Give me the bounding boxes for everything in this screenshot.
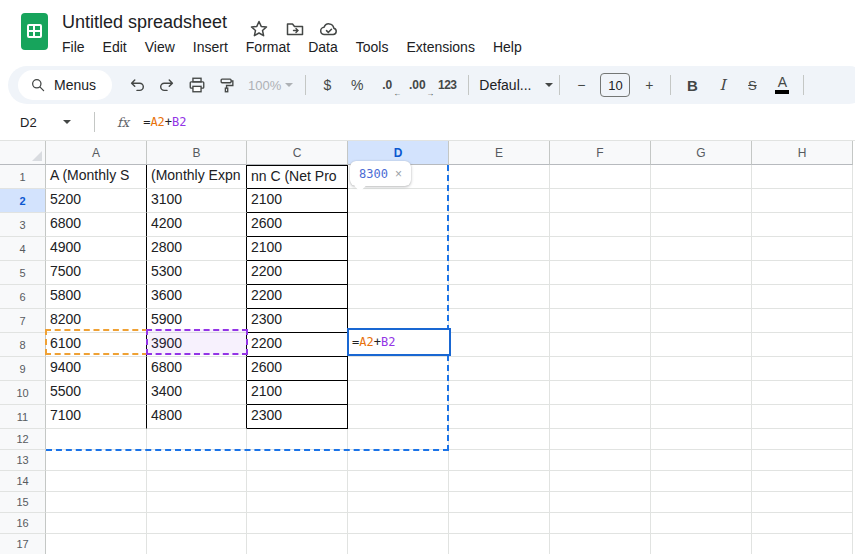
cell-D17[interactable] [348, 534, 449, 554]
cell-H7[interactable] [752, 309, 853, 333]
select-all-corner[interactable] [0, 141, 46, 165]
cell-E15[interactable] [449, 492, 550, 513]
cell-E7[interactable] [449, 309, 550, 333]
cell-E6[interactable] [449, 285, 550, 309]
cell-D14[interactable] [348, 471, 449, 492]
decrease-font-size-button[interactable]: − [566, 70, 596, 100]
column-header-f[interactable]: F [550, 141, 651, 165]
column-header-g[interactable]: G [651, 141, 752, 165]
cell-H8[interactable] [752, 333, 853, 357]
cell-F2[interactable] [550, 189, 651, 213]
row-header-17[interactable]: 17 [0, 534, 46, 554]
cell-G6[interactable] [651, 285, 752, 309]
cell-G11[interactable] [651, 405, 752, 429]
font-family-select[interactable]: Defaul... [479, 70, 553, 100]
cell-F3[interactable] [550, 213, 651, 237]
increase-decimal-button[interactable]: .00→ [402, 70, 432, 100]
cell-H13[interactable] [752, 450, 853, 471]
menu-file[interactable]: File [53, 36, 94, 58]
cell-H10[interactable] [752, 381, 853, 405]
more-formats-button[interactable]: 123 [432, 70, 462, 100]
cell-F12[interactable] [550, 429, 651, 450]
increase-font-size-button[interactable]: + [634, 70, 664, 100]
redo-button[interactable] [152, 70, 182, 100]
cell-editor-d2[interactable]: =A2+B2 [347, 328, 451, 356]
row-header-1[interactable]: 1 [0, 165, 46, 189]
menu-view[interactable]: View [136, 36, 184, 58]
cell-G1[interactable] [651, 165, 752, 189]
strikethrough-button[interactable]: S [737, 70, 767, 100]
cell-C16[interactable] [247, 513, 348, 534]
cell-F14[interactable] [550, 471, 651, 492]
cell-F8[interactable] [550, 333, 651, 357]
column-header-c[interactable]: C [247, 141, 348, 165]
row-header-2[interactable]: 2 [0, 189, 46, 213]
column-header-a[interactable]: A [46, 141, 147, 165]
cell-H14[interactable] [752, 471, 853, 492]
cell-E11[interactable] [449, 405, 550, 429]
cell-G14[interactable] [651, 471, 752, 492]
cell-E9[interactable] [449, 357, 550, 381]
cell-E13[interactable] [449, 450, 550, 471]
zoom-control[interactable]: 100% [248, 78, 293, 93]
menu-format[interactable]: Format [237, 36, 299, 58]
row-header-8[interactable]: 8 [0, 333, 46, 357]
cell-D15[interactable] [348, 492, 449, 513]
cell-E3[interactable] [449, 213, 550, 237]
cell-G8[interactable] [651, 333, 752, 357]
print-button[interactable] [182, 70, 212, 100]
cell-G15[interactable] [651, 492, 752, 513]
row-header-14[interactable]: 14 [0, 471, 46, 492]
cell-F13[interactable] [550, 450, 651, 471]
cell-H4[interactable] [752, 237, 853, 261]
row-header-12[interactable]: 12 [0, 429, 46, 450]
cell-H1[interactable] [752, 165, 853, 189]
cell-E14[interactable] [449, 471, 550, 492]
cell-H15[interactable] [752, 492, 853, 513]
row-header-3[interactable]: 3 [0, 213, 46, 237]
cell-H11[interactable] [752, 405, 853, 429]
row-header-15[interactable]: 15 [0, 492, 46, 513]
column-header-h[interactable]: H [752, 141, 853, 165]
row-header-16[interactable]: 16 [0, 513, 46, 534]
cell-H5[interactable] [752, 261, 853, 285]
italic-button[interactable]: I [707, 70, 737, 100]
cell-F4[interactable] [550, 237, 651, 261]
cell-H12[interactable] [752, 429, 853, 450]
cell-H16[interactable] [752, 513, 853, 534]
row-header-4[interactable]: 4 [0, 237, 46, 261]
cell-F1[interactable] [550, 165, 651, 189]
formula-input[interactable]: =A2+B2 [143, 115, 186, 129]
row-header-7[interactable]: 7 [0, 309, 46, 333]
cell-E17[interactable] [449, 534, 550, 554]
cell-F7[interactable] [550, 309, 651, 333]
cell-A14[interactable] [46, 471, 147, 492]
row-header-6[interactable]: 6 [0, 285, 46, 309]
cell-G2[interactable] [651, 189, 752, 213]
cell-F15[interactable] [550, 492, 651, 513]
cell-F5[interactable] [550, 261, 651, 285]
format-percent-button[interactable]: % [342, 70, 372, 100]
menu-tools[interactable]: Tools [347, 36, 398, 58]
cell-F6[interactable] [550, 285, 651, 309]
menu-edit[interactable]: Edit [94, 36, 136, 58]
cell-G4[interactable] [651, 237, 752, 261]
cell-G7[interactable] [651, 309, 752, 333]
cell-G12[interactable] [651, 429, 752, 450]
cell-F17[interactable] [550, 534, 651, 554]
cell-A17[interactable] [46, 534, 147, 554]
cell-D16[interactable] [348, 513, 449, 534]
cell-F11[interactable] [550, 405, 651, 429]
column-header-e[interactable]: E [449, 141, 550, 165]
menu-data[interactable]: Data [299, 36, 347, 58]
cell-B14[interactable] [147, 471, 247, 492]
font-size-input[interactable]: 10 [600, 73, 630, 97]
row-header-10[interactable]: 10 [0, 381, 46, 405]
cell-A15[interactable] [46, 492, 147, 513]
cell-C17[interactable] [247, 534, 348, 554]
cell-E4[interactable] [449, 237, 550, 261]
cell-H2[interactable] [752, 189, 853, 213]
format-currency-button[interactable]: $ [312, 70, 342, 100]
cell-G5[interactable] [651, 261, 752, 285]
cell-A16[interactable] [46, 513, 147, 534]
